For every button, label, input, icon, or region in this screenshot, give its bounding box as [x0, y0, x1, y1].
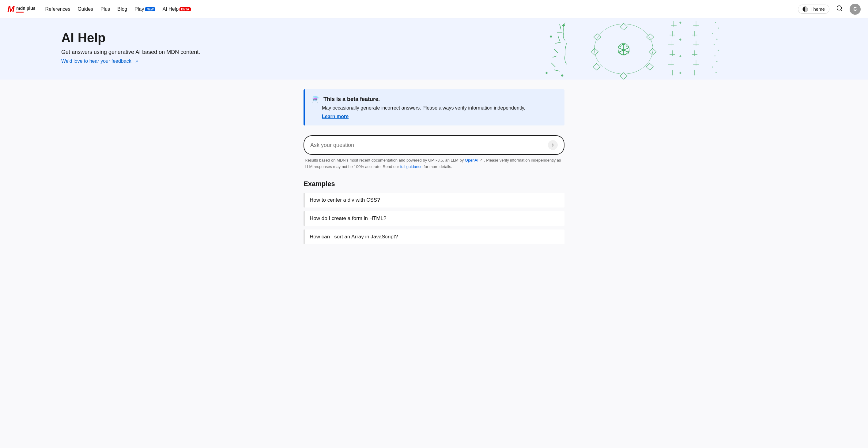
svg-point-61: [715, 56, 716, 57]
svg-line-4: [558, 36, 560, 41]
svg-marker-20: [593, 63, 600, 70]
logo-m-letter: M: [7, 5, 14, 13]
hero-decoration: + + + +: [391, 19, 868, 79]
svg-marker-18: [646, 63, 654, 70]
svg-point-64: [715, 72, 717, 73]
svg-text:+: +: [679, 54, 681, 58]
nav-blog[interactable]: Blog: [117, 6, 127, 12]
nav-guides[interactable]: Guides: [78, 6, 93, 12]
page-title: AI Help: [61, 31, 245, 45]
svg-marker-17: [649, 48, 656, 55]
external-icon-openai: ↗: [479, 158, 483, 163]
learn-more-link[interactable]: Learn more: [322, 114, 348, 119]
ai-help-beta-badge: BETA: [180, 7, 190, 11]
svg-point-60: [718, 50, 719, 51]
question-input-wrap: [304, 135, 564, 155]
example-item[interactable]: How to center a div with CSS?: [304, 193, 564, 207]
svg-point-56: [718, 28, 719, 29]
svg-point-63: [712, 66, 714, 68]
svg-text:+: +: [561, 73, 563, 78]
beta-flask-icon: ⚗️: [312, 96, 320, 103]
beta-notice: ⚗️ This is a beta feature. May occasiona…: [304, 89, 564, 126]
svg-point-57: [712, 33, 714, 34]
svg-text:+: +: [562, 23, 564, 28]
site-header: M mdn plus References Guides Plus Blog P…: [0, 0, 868, 19]
svg-marker-19: [620, 72, 627, 79]
submit-button[interactable]: [548, 140, 558, 150]
search-button[interactable]: [834, 3, 845, 15]
example-item[interactable]: How do I create a form in HTML?: [304, 211, 564, 226]
svg-line-2: [560, 24, 561, 29]
beta-notice-body: May occasionally generate incorrect answ…: [322, 105, 557, 111]
svg-marker-16: [647, 34, 654, 40]
nav-plus[interactable]: Plus: [100, 6, 110, 12]
svg-line-1: [841, 9, 842, 11]
submit-arrow-icon: [548, 140, 558, 150]
hero-subtitle: Get answers using generative AI based on…: [61, 49, 245, 56]
examples-title: Examples: [304, 180, 564, 188]
openai-link[interactable]: OpenAI: [465, 158, 478, 163]
play-new-badge: NEW: [145, 7, 155, 11]
svg-line-5: [556, 42, 561, 43]
svg-line-9: [554, 70, 560, 71]
avatar[interactable]: C: [849, 4, 861, 15]
svg-marker-22: [594, 34, 601, 40]
svg-line-26: [619, 48, 629, 52]
svg-text:+: +: [679, 71, 681, 75]
hero-content: AI Help Get answers using generative AI …: [61, 31, 245, 64]
svg-point-62: [716, 61, 718, 62]
main-nav: References Guides Plus Blog PlayNEW AI H…: [45, 6, 788, 12]
logo-text: mdn plus: [16, 6, 35, 11]
logo-underline: [16, 12, 24, 12]
svg-line-7: [553, 56, 557, 58]
search-icon: [836, 5, 843, 12]
external-link-icon: ↗: [135, 59, 138, 64]
example-item[interactable]: How can I sort an Array in JavaScript?: [304, 230, 564, 244]
header-right: Theme C: [798, 3, 861, 15]
beta-notice-title: This is a beta feature.: [323, 96, 380, 103]
hero-section: AI Help Get answers using generative AI …: [0, 19, 868, 79]
svg-point-55: [715, 22, 716, 23]
search-disclaimer: Results based on MDN's most recent docum…: [304, 155, 564, 173]
svg-point-23: [618, 43, 629, 55]
svg-text:+: +: [679, 21, 681, 25]
theme-icon: [802, 6, 808, 12]
beta-notice-header: ⚗️ This is a beta feature.: [312, 96, 557, 103]
nav-play[interactable]: PlayNEW: [134, 6, 155, 12]
svg-line-25: [619, 48, 629, 52]
svg-text:+: +: [679, 38, 681, 41]
theme-button[interactable]: Theme: [798, 5, 829, 14]
feedback-link[interactable]: We'd love to hear your feedback! ↗: [61, 59, 138, 64]
svg-marker-15: [620, 23, 627, 30]
nav-ai-help[interactable]: AI HelpBETA: [163, 6, 191, 12]
search-area: Results based on MDN's most recent docum…: [304, 135, 564, 173]
svg-point-14: [594, 24, 653, 74]
nav-references[interactable]: References: [45, 6, 70, 12]
main-content: ⚗️ This is a beta feature. May occasiona…: [296, 79, 572, 260]
svg-line-6: [554, 49, 558, 53]
full-guidance-link[interactable]: full guidance: [400, 164, 422, 169]
logo-link[interactable]: M mdn plus: [7, 5, 35, 13]
svg-point-58: [716, 39, 718, 40]
svg-line-8: [551, 63, 556, 67]
svg-text:+: +: [546, 71, 548, 75]
examples-section: Examples How to center a div with CSS? H…: [304, 180, 564, 244]
svg-point-59: [714, 44, 715, 45]
question-input[interactable]: [310, 142, 544, 148]
svg-text:+: +: [550, 34, 552, 39]
theme-label: Theme: [810, 6, 825, 12]
svg-marker-21: [591, 48, 598, 55]
